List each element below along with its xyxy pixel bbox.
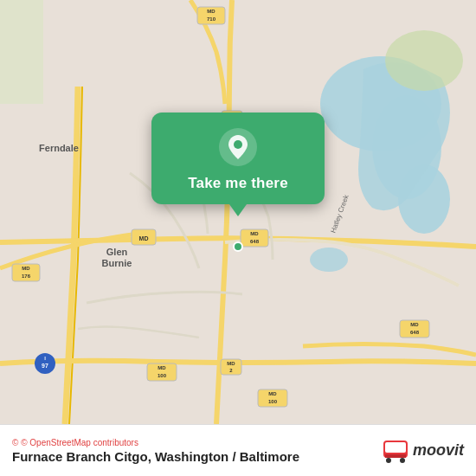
svg-text:648: 648	[250, 239, 260, 244]
svg-rect-44	[385, 442, 406, 453]
bottom-bar: © © OpenStreetMap contributors Furnace B…	[0, 424, 476, 476]
svg-text:100: 100	[158, 373, 167, 378]
svg-rect-6	[0, 0, 43, 104]
svg-text:MD: MD	[22, 266, 30, 271]
bottom-left-info: © © OpenStreetMap contributors Furnace B…	[12, 438, 375, 464]
moovit-logo[interactable]: moovit	[382, 437, 464, 465]
location-name: Furnace Branch Citgo, Washington / Balti…	[12, 449, 375, 464]
svg-text:97: 97	[42, 363, 48, 369]
svg-text:MD: MD	[250, 231, 259, 236]
svg-text:100: 100	[268, 399, 278, 404]
svg-text:MD: MD	[410, 322, 419, 327]
moovit-text: moovit	[413, 441, 464, 460]
svg-point-46	[400, 458, 405, 463]
location-pin-icon	[219, 128, 257, 166]
svg-point-40	[234, 242, 242, 251]
take-me-there-label: Take me there	[188, 175, 288, 192]
svg-point-42	[234, 140, 242, 149]
svg-text:648: 648	[410, 330, 420, 335]
svg-text:176: 176	[22, 273, 31, 279]
svg-text:MD: MD	[227, 361, 235, 366]
svg-text:MD: MD	[207, 9, 215, 14]
osm-credit-text: © OpenStreetMap contributors	[21, 438, 138, 447]
osm-credit: © © OpenStreetMap contributors	[12, 438, 375, 447]
map-container: MD MD 648 MD 2 MD 710 I 97 MD 176 MD 100…	[0, 0, 476, 424]
svg-point-5	[385, 30, 463, 91]
moovit-bus-icon	[382, 437, 409, 465]
svg-text:Ferndale: Ferndale	[39, 143, 79, 153]
svg-point-45	[386, 458, 391, 463]
svg-text:710: 710	[207, 16, 216, 22]
take-me-there-popup[interactable]: Take me there	[151, 113, 325, 204]
svg-text:Burnie: Burnie	[102, 258, 132, 268]
svg-text:MD: MD	[139, 235, 149, 241]
svg-text:MD: MD	[268, 391, 277, 396]
svg-point-4	[310, 248, 348, 272]
svg-rect-47	[385, 454, 406, 458]
osm-copyright-symbol: ©	[12, 438, 18, 447]
svg-text:Glen: Glen	[106, 247, 128, 257]
svg-text:MD: MD	[158, 365, 166, 370]
